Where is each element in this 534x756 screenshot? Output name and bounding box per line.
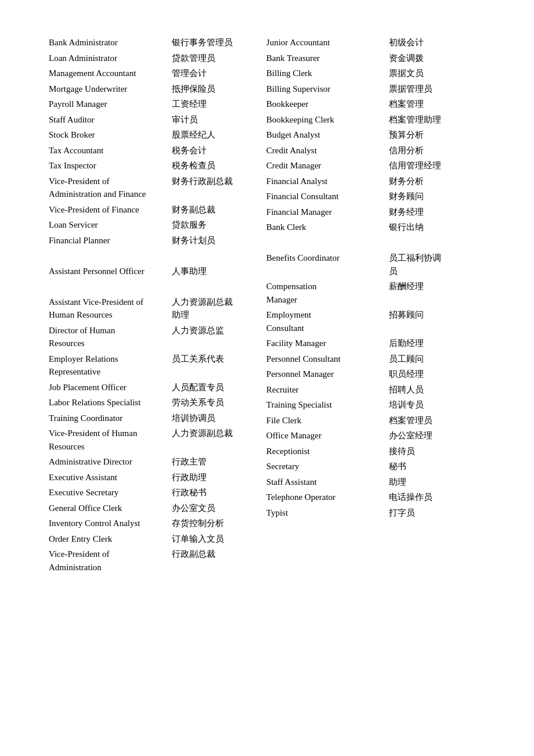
list-item: Management Accountant管理会计 bbox=[46, 66, 258, 81]
list-item: Tax Accountant税务会计 bbox=[46, 143, 258, 159]
list-item: Assistant Vice-President ofHuman Resourc… bbox=[46, 294, 258, 323]
list-item: Director of HumanResources人力资源总监 bbox=[46, 323, 258, 351]
list-item: Assistant Personnel Officer人事助理 bbox=[46, 264, 258, 279]
list-item: Vice-President of Finance财务副总裁 bbox=[46, 202, 258, 218]
list-item: Typist打字员 bbox=[264, 505, 476, 521]
list-item: Executive Secretary行政秘书 bbox=[46, 485, 258, 501]
list-item: General Office Clerk办公室文员 bbox=[46, 501, 258, 516]
list-item: Financial Analyst财务分析 bbox=[264, 174, 476, 189]
list-item: Budget Analyst预算分析 bbox=[264, 127, 476, 143]
list-item: Vice-President ofAdministration行政副总裁 bbox=[46, 546, 258, 575]
list-item: Credit Manager信用管理经理 bbox=[264, 158, 476, 174]
list-item: Telephone Operator电话操作员 bbox=[264, 489, 476, 505]
list-item: Job Placement Officer人员配置专员 bbox=[46, 380, 258, 395]
list-item: Financial Planner财务计划员 bbox=[46, 233, 258, 249]
list-item: Bank Treasurer资金调拨 bbox=[264, 51, 476, 66]
list-item: Loan Administrator贷款管理员 bbox=[46, 51, 258, 66]
right-column: Junior Accountant初级会计Bank Treasurer资金调拨B… bbox=[264, 35, 476, 575]
list-item: Training Coordinator培训协调员 bbox=[46, 411, 258, 426]
list-item: Bookkeeping Clerk档案管理助理 bbox=[264, 112, 476, 128]
list-item: Labor Relations Specialist劳动关系专员 bbox=[46, 395, 258, 411]
list-item: Vice-President of HumanResources人力资源副总裁 bbox=[46, 426, 258, 454]
list-item: Loan Servicer贷款服务 bbox=[46, 217, 258, 233]
left-column: Bank Administrator银行事务管理员Loan Administra… bbox=[46, 35, 258, 575]
list-item: Training Specialist培训专员 bbox=[264, 397, 476, 413]
list-item: Junior Accountant初级会计 bbox=[264, 35, 476, 51]
list-item: Facility Manager后勤经理 bbox=[264, 336, 476, 351]
list-item: Mortgage Underwriter抵押保险员 bbox=[46, 81, 258, 97]
list-item: Office Manager办公室经理 bbox=[264, 428, 476, 444]
list-item: Inventory Control Analyst存货控制分析 bbox=[46, 516, 258, 531]
list-item: Order Entry Clerk订单输入文员 bbox=[46, 531, 258, 547]
list-item: Credit Analyst信用分析 bbox=[264, 143, 476, 159]
list-item: Financial Manager财务经理 bbox=[264, 204, 476, 220]
list-item: CompensationManager薪酬经理 bbox=[264, 279, 476, 307]
list-item: Receptionist接待员 bbox=[264, 444, 476, 459]
list-item: Bank Administrator银行事务管理员 bbox=[46, 35, 258, 51]
list-item: Billing Clerk票据文员 bbox=[264, 66, 476, 81]
list-item: Administrative Director行政主管 bbox=[46, 454, 258, 470]
list-item: Financial Consultant财务顾问 bbox=[264, 189, 476, 204]
list-item: Employer RelationsRepresentative员工关系代表 bbox=[46, 351, 258, 380]
left-table: Bank Administrator银行事务管理员Loan Administra… bbox=[46, 35, 258, 575]
right-table: Junior Accountant初级会计Bank Treasurer资金调拨B… bbox=[264, 35, 476, 520]
list-item: File Clerk档案管理员 bbox=[264, 413, 476, 429]
list-item: Payroll Manager工资经理 bbox=[46, 96, 258, 112]
list-item: Bookkeeper档案管理 bbox=[264, 96, 476, 112]
main-content: Bank Administrator银行事务管理员Loan Administra… bbox=[46, 35, 488, 575]
list-item: Billing Supervisor票据管理员 bbox=[264, 81, 476, 97]
list-item: Secretary秘书 bbox=[264, 459, 476, 474]
list-item: Staff Assistant助理 bbox=[264, 474, 476, 490]
list-item: Personnel Manager职员经理 bbox=[264, 366, 476, 382]
list-item: Stock Broker股票经纪人 bbox=[46, 127, 258, 143]
list-item: EmploymentConsultant招募顾问 bbox=[264, 307, 476, 336]
list-item: Staff Auditor审计员 bbox=[46, 112, 258, 128]
list-item: Vice-President ofAdministration and Fina… bbox=[46, 174, 258, 202]
list-item: Benefits Coordinator员工福利协调员 bbox=[264, 250, 476, 279]
list-item: Tax Inspector税务检查员 bbox=[46, 158, 258, 174]
list-item: Bank Clerk银行出纳 bbox=[264, 219, 476, 235]
list-item: Recruiter招聘人员 bbox=[264, 382, 476, 398]
list-item: Executive Assistant行政助理 bbox=[46, 470, 258, 485]
list-item: Personnel Consultant员工顾问 bbox=[264, 351, 476, 367]
